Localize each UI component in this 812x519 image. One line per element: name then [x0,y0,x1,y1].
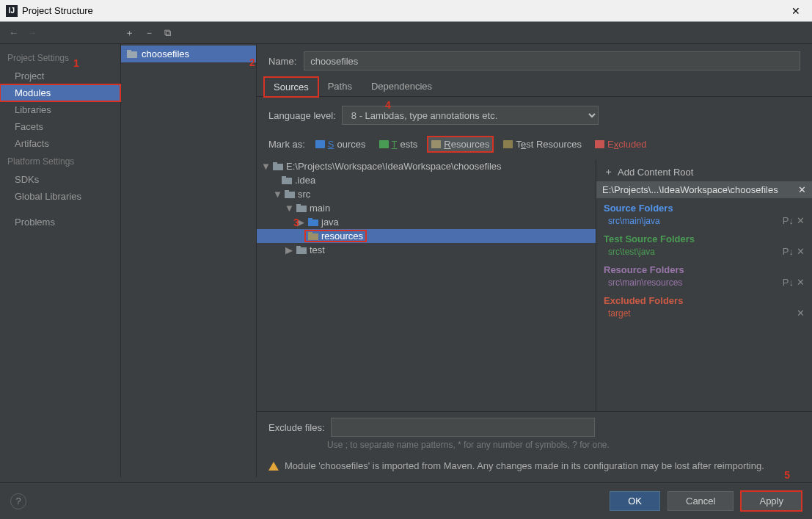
sidebar-item-artifacts[interactable]: Artifacts [0,135,120,152]
titlebar: IJ Project Structure ✕ [0,0,812,22]
svg-rect-11 [308,218,312,220]
annotation-3: 3 [293,217,299,228]
tree-root[interactable]: ▼E:\Projects\Workspace\IdeaWorkspace\cho… [257,159,596,173]
svg-rect-10 [308,219,318,226]
remove-icon[interactable]: ✕ [797,215,805,226]
remove-icon[interactable]: ✕ [797,246,805,257]
dialog-footer: ? OK Cancel Apply [0,482,812,519]
toolbar: ← → ＋ － ⧉ [0,22,812,44]
module-list: choosefiles [121,44,257,477]
edit-icon[interactable]: P↓ [783,246,794,257]
mark-tests[interactable]: Tests [376,137,421,151]
language-level-select[interactable]: 8 - Lambdas, type annotations etc. [342,106,599,125]
svg-rect-0 [127,51,137,58]
excluded-folder-entry[interactable]: target✕ [596,306,812,322]
sidebar-item-problems[interactable]: Problems [0,214,120,231]
cancel-button[interactable]: Cancel [667,491,734,511]
svg-rect-12 [308,233,318,240]
content-roots-panel: ＋Add Content Root E:\Projects\...\IdeaWo… [596,159,812,411]
apply-button[interactable]: Apply [741,491,802,511]
tree-src[interactable]: ▼src [257,187,596,201]
settings-sidebar: Project Settings Project 1 Modules Libra… [0,44,121,477]
annotation-5: 5 [784,469,790,481]
name-input[interactable] [304,51,800,70]
svg-rect-13 [308,232,312,234]
plus-icon: ＋ [604,165,613,178]
resource-folder-entry[interactable]: src\main\resourcesP↓✕ [596,275,812,291]
svg-rect-8 [296,206,307,212]
source-folders-header: Source Folders [596,198,812,214]
remove-icon[interactable]: ✕ [797,308,805,319]
remove-icon[interactable]: － [145,26,154,40]
svg-rect-4 [282,178,292,184]
edit-icon[interactable]: P↓ [783,277,794,288]
sidebar-item-modules[interactable]: Modules [0,84,120,101]
mark-excluded[interactable]: Excluded [592,137,649,151]
tree-resources[interactable]: resources [257,229,596,243]
back-icon[interactable]: ← [9,27,18,38]
module-item-choosefiles[interactable]: choosefiles [121,46,256,62]
annotation-4: 4 [385,99,391,111]
sidebar-item-global-libraries[interactable]: Global Libraries [0,188,120,205]
sidebar-item-sdks[interactable]: SDKs [0,171,120,188]
svg-rect-2 [273,164,283,170]
add-icon[interactable]: ＋ [125,26,134,40]
remove-root-icon[interactable]: ✕ [798,184,806,195]
exclude-files-input[interactable] [331,418,595,437]
exclude-files-label: Exclude files: [268,422,325,433]
add-content-root[interactable]: ＋Add Content Root [596,162,812,181]
help-button[interactable]: ? [10,493,26,509]
app-icon: IJ [6,5,18,17]
tab-dependencies[interactable]: Dependencies [362,76,442,96]
tab-paths[interactable]: Paths [318,76,362,96]
sidebar-item-facets[interactable]: Facets [0,118,120,135]
svg-rect-7 [285,190,289,192]
project-settings-header: Project Settings [0,48,120,68]
tabs: Sources Paths Dependencies [257,76,812,97]
mark-as-label: Mark as: [268,139,305,150]
warning-text: Module 'choosefiles' is imported from Ma… [285,460,764,471]
forward-icon[interactable]: → [27,27,37,38]
warning-row: Module 'choosefiles' is imported from Ma… [257,454,812,477]
content-root-path[interactable]: E:\Projects\...\IdeaWorkspace\choosefile… [596,181,812,198]
remove-icon[interactable]: ✕ [797,277,805,288]
platform-settings-header: Platform Settings [0,152,120,171]
test-source-folder-entry[interactable]: src\test\javaP↓✕ [596,244,812,260]
module-editor: Name: 2 Sources Paths Dependencies Langu… [257,44,812,477]
svg-rect-5 [282,176,286,178]
source-folder-entry[interactable]: src\main\javaP↓✕ [596,214,812,229]
annotation-2: 2 [249,57,255,68]
tab-sources[interactable]: Sources [264,77,318,97]
module-icon [127,50,137,59]
svg-rect-15 [296,246,301,248]
mark-sources[interactable]: SSourcesources [312,137,369,151]
name-label: Name: [268,56,296,67]
exclude-files-hint: Use ; to separate name patterns, * for a… [268,437,800,450]
svg-rect-9 [296,204,301,206]
mark-test-resources[interactable]: Test Resources [500,137,585,151]
test-source-folders-header: Test Source Folders [596,229,812,244]
window-title: Project Structure [22,5,786,16]
close-icon[interactable]: ✕ [786,5,806,17]
language-level-label: Language level: [268,110,336,121]
tree-test[interactable]: ▶test [257,243,596,257]
folder-tree[interactable]: ▼E:\Projects\Workspace\IdeaWorkspace\cho… [257,159,596,411]
sidebar-item-project[interactable]: Project [0,68,120,84]
copy-icon[interactable]: ⧉ [164,27,171,39]
module-label: choosefiles [142,48,189,59]
tree-java[interactable]: ▶java [257,215,596,229]
tree-idea[interactable]: .idea [257,173,596,187]
resource-folders-header: Resource Folders [596,260,812,275]
edit-icon[interactable]: P↓ [783,215,794,226]
sidebar-item-libraries[interactable]: Libraries [0,101,120,118]
ok-button[interactable]: OK [610,491,660,511]
svg-rect-14 [296,247,307,254]
warning-icon [268,462,279,471]
svg-rect-1 [127,50,131,52]
svg-rect-3 [273,162,277,164]
annotation-1: 1 [73,57,79,69]
excluded-folders-header: Excluded Folders [596,291,812,306]
mark-resources[interactable]: Resources [428,137,493,152]
tree-main[interactable]: ▼main [257,201,596,215]
svg-rect-6 [285,192,295,198]
